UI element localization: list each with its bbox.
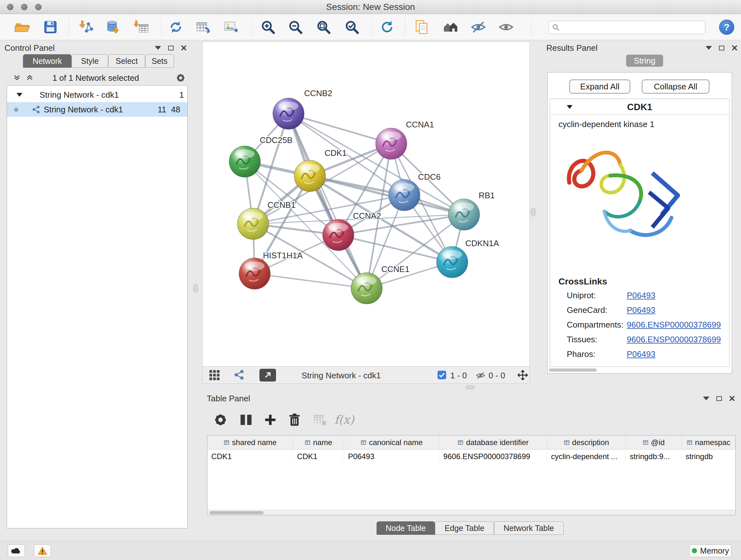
tab-network[interactable]: Network [23,54,71,68]
warnings-button[interactable] [34,544,51,557]
close-panel-icon[interactable] [729,395,735,401]
float-panel-icon[interactable] [717,396,722,401]
hide-selected-button[interactable] [471,19,486,35]
results-scrollbar[interactable] [549,368,597,372]
crosslink-value-link[interactable]: P06493 [627,291,656,300]
detach-view-button[interactable] [259,369,276,381]
pan-crosshair-icon[interactable] [517,369,529,381]
crosslink-value-link[interactable]: 9606.ENSP00000378699 [627,334,721,344]
crosslink-label: GeneCard: [567,305,627,315]
crosslink-value-link[interactable]: P06493 [627,305,656,315]
first-neighbors-button[interactable] [443,19,458,35]
network-node-CCNE1[interactable]: CCNE1 [351,264,409,304]
zoom-out-button[interactable] [288,19,303,35]
float-panel-icon[interactable] [168,46,174,51]
cell-shared-name[interactable]: CDK1 [207,449,293,463]
network-node-CCNA1[interactable]: CCNA1 [376,120,434,159]
collapse-panel-icon[interactable] [705,46,712,50]
close-window-button[interactable] [7,4,13,10]
zoom-in-button[interactable] [260,19,276,35]
left-splitter-handle[interactable] [193,284,198,293]
import-table-button[interactable] [134,19,149,35]
network-options-gear-icon[interactable] [176,73,186,83]
crosslink-value-link[interactable]: 9606.ENSP00000378699 [627,320,721,329]
network-node-HIST1H1A[interactable]: HIST1H1A [239,251,303,289]
collection-expand-icon[interactable] [17,93,22,97]
copy-button[interactable] [414,19,429,35]
network-node-CCNB1[interactable]: CCNB1 [238,200,295,240]
column-header[interactable]: namespac [682,435,735,449]
expand-all-networks-icon[interactable] [13,73,21,82]
collapse-all-networks-icon[interactable] [25,73,34,82]
tab-network-table[interactable]: Network Table [494,521,563,535]
network-node-CDKN1A[interactable]: CDKN1A [436,239,499,278]
bottom-splitter-handle[interactable] [466,385,475,389]
network-edge[interactable] [255,273,367,288]
cell-description[interactable]: cyclin-dependent ... [547,449,626,463]
network-edge[interactable] [288,114,391,144]
apply-layout-button[interactable] [168,19,184,35]
network-canvas[interactable]: CCNB2CCNA1CDC25BCDK1CDC6RB1CCNB1CCNA2CDK… [202,42,530,367]
memory-button[interactable]: Memory [689,544,731,557]
expand-all-button[interactable]: Expand All [569,79,630,94]
column-header[interactable]: canonical name [344,435,440,449]
right-splitter-handle[interactable] [531,208,536,216]
help-button[interactable]: ? [719,19,734,35]
float-panel-icon[interactable] [719,46,724,51]
show-all-button[interactable] [498,19,514,35]
table-scrollbar[interactable] [207,510,735,515]
refresh-button[interactable] [380,19,395,35]
zoom-fit-button[interactable] [316,19,331,35]
open-session-button[interactable] [15,19,30,35]
tab-node-table[interactable]: Node Table [377,521,435,535]
network-row-selected[interactable]: String Network - cdk1 11 48 [7,102,187,117]
network-edge[interactable] [288,114,367,288]
cloud-status-button[interactable] [8,544,25,557]
delete-column-icon[interactable] [287,413,302,427]
close-panel-icon[interactable] [731,45,738,51]
network-from-table-button[interactable] [196,19,211,35]
collapse-panel-icon[interactable] [703,396,710,400]
function-builder-button[interactable]: f(x) [334,413,354,426]
tab-style[interactable]: Style [71,54,108,68]
hidden-eye-icon[interactable] [476,371,485,380]
tab-sets[interactable]: Sets [145,54,174,68]
cell-namespace[interactable]: stringdb [682,449,735,463]
close-panel-icon[interactable] [181,45,187,51]
table-options-gear-icon[interactable] [213,413,228,427]
export-image-button[interactable] [223,19,239,35]
crosslink-value-link[interactable]: P06493 [627,349,656,359]
collapse-all-button[interactable]: Collapse All [642,79,710,94]
column-header[interactable]: shared name [207,435,293,449]
column-header[interactable]: database identifier [440,435,547,449]
grid-view-icon[interactable] [208,369,220,381]
column-header[interactable]: @id [626,435,682,449]
save-session-button[interactable] [43,19,58,35]
zoom-selected-button[interactable] [344,19,360,35]
collapse-panel-icon[interactable] [155,46,161,50]
column-header[interactable]: name [293,435,344,449]
network-collection-row[interactable]: String Network - cdk1 1 [7,87,187,102]
import-network-file-button[interactable] [79,19,94,35]
network-graph[interactable]: CCNB2CCNA1CDC25BCDK1CDC6RB1CCNB1CCNA2CDK… [203,42,529,366]
minimize-window-button[interactable] [21,4,27,10]
cell-canonical-name[interactable]: P06493 [344,449,440,463]
show-columns-icon[interactable] [239,413,253,427]
crosslink-label: Tissues: [567,334,627,345]
cell-database-identifier[interactable]: 9606.ENSP00000378699 [440,449,547,463]
table-row[interactable]: CDK1 CDK1 P06493 9606.ENSP00000378699 cy… [207,449,735,463]
tab-edge-table[interactable]: Edge Table [435,521,494,535]
add-column-icon[interactable] [263,413,278,427]
network-share-icon[interactable] [233,369,245,381]
tab-select[interactable]: Select [108,54,145,68]
zoom-window-button[interactable] [35,4,42,10]
column-header[interactable]: description [547,435,626,449]
network-node-RB1[interactable]: RB1 [448,191,495,230]
protein-collapse-icon[interactable] [567,105,572,109]
cell-name[interactable]: CDK1 [293,449,344,463]
selected-checkbox-icon[interactable] [437,371,446,381]
cell-id[interactable]: stringdb:9... [626,449,682,463]
import-network-database-button[interactable] [106,19,121,35]
tab-string[interactable]: String [626,55,663,67]
search-input[interactable] [562,23,702,32]
